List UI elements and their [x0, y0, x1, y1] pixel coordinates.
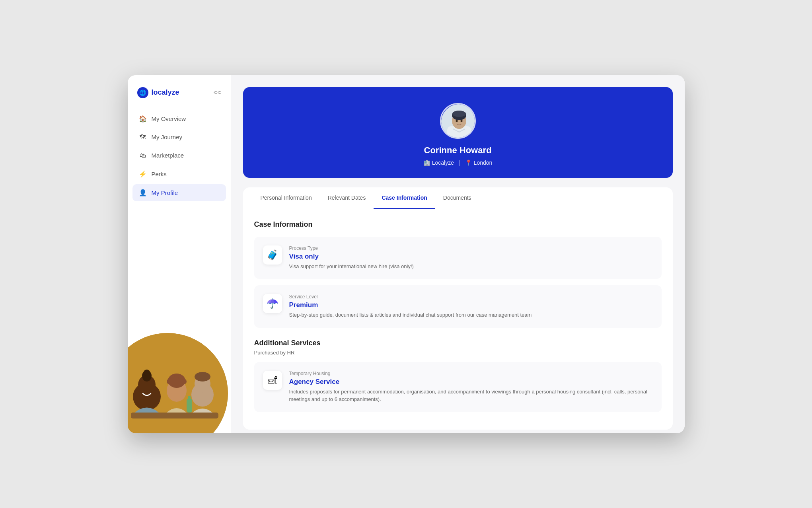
profile-card: Corinne Howard 🏢 Localyze | 📍 London: [243, 87, 673, 178]
people-scene-bg: [128, 333, 228, 433]
sidebar-label-myprofile: My Profile: [152, 189, 178, 196]
housing-title: Agency Service: [289, 378, 653, 386]
service-level-card: ☂️ Service Level Premium Step-by-step gu…: [254, 285, 662, 328]
additional-subtitle: Purchased by HR: [254, 350, 662, 356]
housing-icon: 🛋: [263, 371, 282, 390]
main-content: Corinne Howard 🏢 Localyze | 📍 London Per…: [231, 75, 685, 433]
process-desc: Visa support for your international new …: [289, 263, 653, 271]
service-content: Service Level Premium Step-by-step guide…: [289, 294, 653, 319]
svg-rect-1: [131, 413, 218, 418]
profile-location: 📍 London: [465, 160, 493, 166]
case-section-title: Case Information: [254, 220, 662, 229]
sidebar-item-journey[interactable]: 🗺 My Journey: [132, 129, 226, 146]
sidebar-label-journey: My Journey: [152, 134, 183, 140]
svg-point-26: [460, 120, 462, 122]
sidebar-label-marketplace: Marketplace: [152, 152, 184, 159]
svg-point-25: [456, 120, 458, 122]
sidebar: 🌐 localyze << 🏠 My Overview 🗺 My Journey…: [128, 75, 231, 433]
logo-text: localyze: [152, 88, 179, 97]
service-desc: Step-by-step guide, document lists & art…: [289, 311, 653, 319]
svg-point-15: [195, 372, 210, 381]
avatar: [440, 103, 476, 139]
svg-rect-17: [188, 396, 191, 400]
suitcase-icon: 🧳: [267, 249, 278, 261]
sidebar-label-perks: Perks: [152, 171, 167, 177]
app-container: 🌐 localyze << 🏠 My Overview 🗺 My Journey…: [128, 75, 685, 433]
process-type-card: 🧳 Process Type Visa only Visa support fo…: [254, 237, 662, 279]
profile-company: 🏢 Localyze: [423, 160, 454, 166]
tab-case[interactable]: Case Information: [374, 187, 435, 209]
sidebar-label-overview: My Overview: [152, 115, 186, 122]
umbrella-icon: ☂️: [267, 298, 278, 309]
perks-icon: ⚡: [139, 170, 147, 178]
location-name: London: [474, 160, 493, 166]
svg-point-12: [174, 374, 179, 378]
meta-divider: |: [459, 160, 460, 166]
overview-icon: 🏠: [139, 115, 147, 123]
process-label: Process Type: [289, 245, 653, 251]
decorative-image: [128, 330, 231, 433]
additional-title: Additional Services: [254, 339, 662, 347]
housing-desc: Includes proposals for permanent accommo…: [289, 388, 653, 403]
company-name: Localyze: [432, 160, 454, 166]
logo: 🌐 localyze: [137, 87, 179, 98]
location-icon: 📍: [465, 160, 472, 166]
housing-label: Temporary Housing: [289, 371, 653, 376]
tabs-bar: Personal Information Relevant Dates Case…: [243, 187, 673, 209]
housing-card: 🛋 Temporary Housing Agency Service Inclu…: [254, 362, 662, 412]
avatar-image: [441, 104, 476, 139]
sidebar-item-overview[interactable]: 🏠 My Overview: [132, 110, 226, 127]
sofa-icon: 🛋: [268, 375, 277, 386]
process-icon: 🧳: [263, 245, 282, 265]
nav-menu: 🏠 My Overview 🗺 My Journey 🛍 Marketplace…: [128, 110, 231, 201]
process-content: Process Type Visa only Visa support for …: [289, 245, 653, 271]
housing-content: Temporary Housing Agency Service Include…: [289, 371, 653, 403]
logo-area: 🌐 localyze <<: [128, 87, 231, 110]
company-icon: 🏢: [423, 160, 430, 166]
logo-icon: 🌐: [137, 87, 148, 98]
marketplace-icon: 🛍: [139, 152, 147, 159]
profile-name: Corinne Howard: [424, 145, 492, 156]
people-illustration: [128, 333, 231, 433]
sidebar-item-myprofile[interactable]: 👤 My Profile: [132, 184, 226, 201]
svg-point-5: [144, 370, 150, 376]
process-title: Visa only: [289, 253, 653, 261]
tab-personal[interactable]: Personal Information: [253, 187, 320, 209]
content-body: Case Information 🧳 Process Type Visa onl…: [243, 209, 673, 430]
content-card: Personal Information Relevant Dates Case…: [243, 187, 673, 430]
tab-documents[interactable]: Documents: [435, 187, 479, 209]
profile-meta: 🏢 Localyze | 📍 London: [423, 160, 493, 166]
myprofile-icon: 👤: [139, 189, 147, 197]
service-label: Service Level: [289, 294, 653, 300]
sidebar-item-marketplace[interactable]: 🛍 Marketplace: [132, 147, 226, 164]
sidebar-item-perks[interactable]: ⚡ Perks: [132, 165, 226, 183]
collapse-button[interactable]: <<: [214, 89, 221, 96]
svg-point-24: [452, 111, 466, 117]
journey-icon: 🗺: [139, 134, 147, 141]
additional-section: Additional Services Purchased by HR 🛋 Te…: [254, 339, 662, 412]
service-title: Premium: [289, 301, 653, 309]
svg-rect-16: [187, 399, 192, 413]
tab-dates[interactable]: Relevant Dates: [320, 187, 374, 209]
service-icon: ☂️: [263, 294, 282, 313]
